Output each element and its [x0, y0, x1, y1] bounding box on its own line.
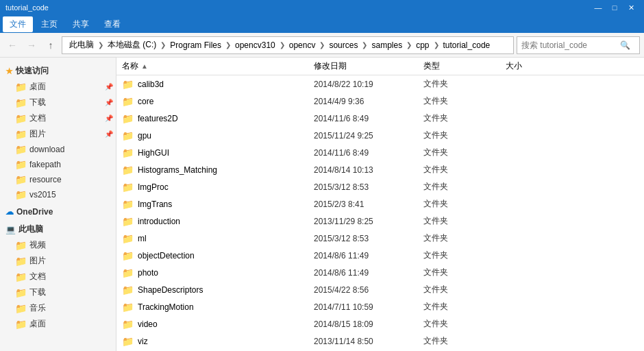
sidebar-item-desktop2[interactable]: 📁 桌面: [0, 316, 116, 332]
address-bar[interactable]: 此电脑 ❯ 本地磁盘 (C:) ❯ Program Files ❯ opencv…: [62, 36, 514, 54]
folder-icon: 📁: [122, 96, 134, 107]
sidebar-item-vs2015[interactable]: 📁 vs2015: [0, 187, 116, 202]
sidebar-header-onedrive[interactable]: ☁ OneDrive: [0, 205, 116, 219]
file-date: 2014/8/6 11:49: [314, 251, 423, 261]
star-icon: ★: [5, 66, 13, 76]
file-date: 2015/11/24 9:25: [314, 131, 423, 141]
sidebar-item-downloads2[interactable]: 📁 下载: [0, 285, 116, 300]
column-header-size[interactable]: 大小: [506, 60, 560, 72]
sidebar-item-label: vs2015: [29, 190, 56, 199]
menu-item-share[interactable]: 共享: [66, 16, 96, 32]
sidebar-item-documents2[interactable]: 📁 文档: [0, 269, 116, 285]
sidebar-item-label: resource: [29, 175, 62, 184]
table-row[interactable]: 📁 objectDetection 2014/8/6 11:49 文件夹: [116, 247, 644, 264]
folder-icon: 📁: [15, 240, 27, 251]
table-row[interactable]: 📁 TrackingMotion 2014/7/11 10:59 文件夹: [116, 298, 644, 315]
sidebar-item-desktop[interactable]: 📁 桌面 📌: [0, 79, 116, 95]
file-type: 文件夹: [423, 232, 506, 244]
computer-icon: 💻: [5, 225, 16, 234]
file-name-cell: 📁 HighGUI: [122, 147, 314, 158]
table-row[interactable]: 📁 ImgTrans 2015/2/3 8:41 文件夹: [116, 195, 644, 213]
sidebar-item-label: 桌面: [29, 318, 46, 330]
file-date: 2014/8/14 10:13: [314, 165, 423, 175]
table-row[interactable]: 📁 core 2014/4/9 9:36 文件夹: [116, 93, 644, 110]
table-row[interactable]: 📁 video 2014/8/15 18:09 文件夹: [116, 315, 644, 332]
minimize-button[interactable]: —: [591, 0, 606, 15]
sidebar-item-pictures2[interactable]: 📁 图片: [0, 253, 116, 269]
file-area[interactable]: 名称 ▲ 修改日期 类型 大小 📁 calib3d 2014/8/22 10:1…: [116, 58, 644, 351]
search-input[interactable]: [521, 40, 617, 50]
thispc-label: 此电脑: [18, 223, 43, 235]
sidebar-item-documents[interactable]: 📁 文档 📌: [0, 110, 116, 126]
folder-icon: 📁: [15, 97, 27, 108]
address-segment-tutorialcode[interactable]: tutorial_code: [441, 39, 493, 51]
address-segment-sources[interactable]: sources: [326, 39, 360, 51]
sidebar-header-quickaccess[interactable]: ★ 快速访问: [0, 63, 116, 79]
maximize-button[interactable]: □: [607, 0, 622, 15]
file-name: ImgTrans: [138, 199, 172, 209]
sidebar-item-label: 下载: [29, 287, 46, 298]
file-name-cell: 📁 ImgProc: [122, 182, 314, 193]
sidebar-item-resource[interactable]: 📁 resource: [0, 172, 116, 187]
table-row[interactable]: 📁 Histograms_Matching 2014/8/14 10:13 文件…: [116, 161, 644, 178]
folder-icon: 📁: [122, 216, 134, 227]
sidebar-item-label: 下载: [29, 97, 46, 108]
search-box[interactable]: 🔍: [517, 36, 640, 54]
sidebar-section-quickaccess: ★ 快速访问 📁 桌面 📌 📁 下载 📌 📁 文档 📌 📁 图片: [0, 63, 116, 202]
address-segment-samples[interactable]: samples: [369, 39, 405, 51]
file-type: 文件夹: [423, 335, 506, 347]
close-button[interactable]: ✕: [623, 0, 639, 15]
sidebar-item-label: 文档: [29, 271, 46, 282]
table-row[interactable]: 📁 introduction 2013/11/29 8:25 文件夹: [116, 213, 644, 230]
address-segment-opencv[interactable]: opencv: [286, 39, 319, 51]
address-segment-thispc[interactable]: 此电脑: [66, 38, 97, 52]
table-row[interactable]: 📁 ml 2015/3/12 8:53 文件夹: [116, 230, 644, 247]
file-date: 2014/7/11 10:59: [314, 302, 423, 312]
file-date: 2014/4/9 9:36: [314, 97, 423, 106]
table-row[interactable]: 📁 HighGUI 2014/11/6 8:49 文件夹: [116, 144, 644, 161]
column-header-date[interactable]: 修改日期: [314, 60, 423, 72]
address-segment-c[interactable]: 本地磁盘 (C:): [105, 38, 159, 52]
file-date: 2014/11/6 8:49: [314, 114, 423, 123]
folder-icon: 📁: [122, 336, 134, 347]
folder-icon: 📁: [122, 113, 134, 124]
address-segment-programfiles[interactable]: Program Files: [167, 39, 224, 51]
table-row[interactable]: 📁 viz 2013/11/14 8:50 文件夹: [116, 332, 644, 350]
address-segment-opencv310[interactable]: opencv310: [232, 39, 278, 51]
file-date: 2014/8/22 10:19: [314, 80, 423, 89]
file-type: 文件夹: [423, 318, 506, 330]
sidebar-header-thispc[interactable]: 💻 此电脑: [0, 221, 116, 237]
menu-item-file[interactable]: 文件: [3, 16, 33, 32]
table-row[interactable]: 📁 ImgProc 2015/3/12 8:53 文件夹: [116, 178, 644, 195]
file-date: 2013/11/29 8:25: [314, 217, 423, 226]
file-name: ml: [138, 234, 147, 243]
sidebar-item-fakepath[interactable]: 📁 fakepath: [0, 157, 116, 172]
folder-icon: 📁: [122, 182, 134, 193]
address-segment-cpp[interactable]: cpp: [413, 39, 432, 51]
title-bar-controls: — □ ✕: [591, 0, 639, 15]
file-type: 文件夹: [423, 181, 506, 193]
file-type: 文件夹: [423, 95, 506, 107]
sidebar-item-pictures[interactable]: 📁 图片 📌: [0, 126, 116, 142]
column-header-type[interactable]: 类型: [423, 60, 506, 72]
folder-icon: 📁: [15, 303, 27, 314]
file-date: 2015/3/12 8:53: [314, 182, 423, 192]
table-row[interactable]: 📁 ShapeDescriptors 2015/4/22 8:56 文件夹: [116, 281, 644, 298]
file-date: 2013/11/14 8:50: [314, 337, 423, 346]
back-button[interactable]: ←: [4, 37, 21, 53]
forward-button[interactable]: →: [23, 37, 40, 53]
up-button[interactable]: ↑: [42, 37, 59, 53]
sidebar-item-downloads[interactable]: 📁 下载 📌: [0, 95, 116, 110]
table-row[interactable]: 📁 photo 2014/8/6 11:49 文件夹: [116, 264, 644, 281]
table-row[interactable]: 📁 calib3d 2014/8/22 10:19 文件夹: [116, 75, 644, 93]
file-name-cell: 📁 photo: [122, 267, 314, 278]
sidebar-item-videos[interactable]: 📁 视频: [0, 237, 116, 253]
menu-item-view[interactable]: 查看: [97, 16, 127, 32]
table-row[interactable]: 📁 features2D 2014/11/6 8:49 文件夹: [116, 110, 644, 127]
menu-item-home[interactable]: 主页: [34, 16, 64, 32]
sidebar-item-music[interactable]: 📁 音乐: [0, 300, 116, 316]
table-row[interactable]: 📁 gpu 2015/11/24 9:25 文件夹: [116, 127, 644, 144]
sidebar-item-download[interactable]: 📁 download: [0, 142, 116, 157]
file-date: 2014/11/6 8:49: [314, 148, 423, 158]
column-header-name[interactable]: 名称 ▲: [122, 60, 314, 72]
